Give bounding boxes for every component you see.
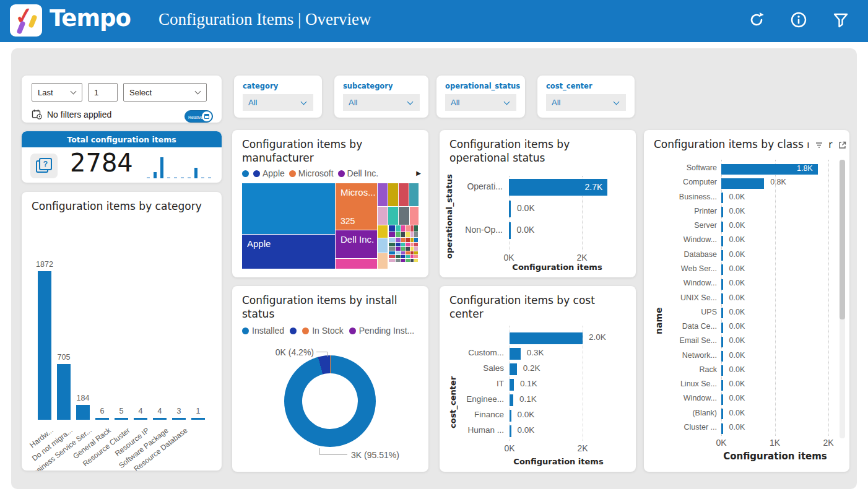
treemap-mini-tile[interactable]	[406, 251, 410, 254]
bar-Business Service Ser...[interactable]	[76, 405, 90, 420]
bar-last[interactable]	[191, 418, 205, 420]
treemap-tile[interactable]	[378, 183, 388, 206]
legend-dot[interactable]	[289, 170, 296, 177]
treemap-mini-tile[interactable]	[406, 255, 410, 258]
treemap-mini-tile[interactable]	[410, 255, 414, 258]
treemap-mini-tile[interactable]	[406, 238, 410, 242]
treemap-mini-tile[interactable]	[401, 255, 405, 258]
legend-dot[interactable]	[290, 328, 297, 334]
treemap-mini-tile[interactable]	[389, 238, 395, 242]
treemap-mini-tile[interactable]	[414, 243, 418, 246]
treemap-mini-tile[interactable]	[389, 232, 395, 237]
treemap-mini-tile[interactable]	[406, 259, 410, 262]
bar-General Rack[interactable]	[95, 418, 109, 420]
bar-(Blank)[interactable]	[721, 409, 723, 419]
treemap-mini-tile[interactable]	[414, 259, 418, 262]
treemap-mini-tile[interactable]	[389, 243, 395, 246]
bar-Server[interactable]	[721, 222, 723, 232]
treemap-mini-tile[interactable]	[410, 225, 414, 232]
last-dropdown[interactable]: Last	[32, 83, 82, 102]
bar-Resource IP[interactable]	[134, 418, 147, 420]
slicer-cost-center-dropdown[interactable]: All	[546, 94, 626, 111]
treemap-mini-tile[interactable]	[396, 247, 401, 251]
legend-next-arrow-icon[interactable]: ▶	[416, 170, 421, 176]
bar-Web Ser...[interactable]	[721, 264, 723, 275]
treemap-mini-tile[interactable]	[401, 238, 405, 242]
bar-UNIX Se...[interactable]	[721, 293, 723, 304]
bar-Network...[interactable]	[721, 351, 723, 362]
treemap-mini-tile[interactable]	[396, 251, 401, 254]
bar-Resource Cluster[interactable]	[115, 418, 128, 420]
treemap-mini-tile[interactable]	[396, 259, 401, 262]
treemap-mini-tile[interactable]	[410, 243, 414, 246]
treemap-mini-tile[interactable]	[389, 225, 395, 232]
treemap-mini-tile[interactable]	[414, 251, 418, 254]
treemap-mini-tile[interactable]	[401, 259, 405, 262]
treemap-tile[interactable]	[388, 207, 398, 225]
info-icon[interactable]	[789, 10, 809, 30]
relative-toggle[interactable]: Relative	[184, 110, 213, 123]
treemap-tile-Dell Inc.[interactable]: Dell Inc.	[336, 230, 377, 258]
treemap-mini-tile[interactable]	[410, 238, 414, 242]
treemap-tile-Apple[interactable]: Apple	[242, 235, 335, 269]
treemap-mini-tile[interactable]	[401, 247, 405, 251]
treemap-mini-tile[interactable]	[401, 225, 405, 232]
bar-Software Package[interactable]	[153, 418, 167, 420]
bar-Software[interactable]: 1.8K	[721, 164, 818, 175]
treemap-tile[interactable]	[409, 183, 419, 206]
bar-blank[interactable]	[509, 201, 511, 217]
treemap-mini-tile[interactable]	[414, 238, 418, 242]
treemap-mini-tile[interactable]	[396, 238, 401, 242]
treemap-mini-tile[interactable]	[406, 232, 410, 237]
treemap-mini-tile[interactable]	[389, 255, 395, 258]
slicer-category-dropdown[interactable]: All	[243, 94, 313, 111]
treemap-mini-tile[interactable]	[406, 247, 410, 251]
bar-Resource Database[interactable]	[172, 418, 186, 420]
treemap-tile[interactable]	[378, 207, 388, 225]
refresh-icon[interactable]	[747, 10, 766, 30]
treemap-mini-tile[interactable]	[401, 251, 405, 254]
treemap-tile-Micros...[interactable]: Micros...325	[336, 183, 377, 230]
treemap-mini-tile[interactable]	[414, 247, 418, 251]
treemap-mini-tile[interactable]	[406, 243, 410, 246]
bar-Sales[interactable]	[510, 363, 517, 375]
treemap-mini-tile[interactable]	[389, 259, 395, 262]
treemap-tile[interactable]	[378, 225, 388, 238]
treemap-mini-tile[interactable]	[401, 232, 405, 237]
treemap-tile[interactable]	[410, 207, 419, 225]
bar-Window...[interactable]	[721, 394, 723, 405]
treemap-mini-tile[interactable]	[410, 251, 414, 254]
treemap-mini-tile[interactable]	[414, 232, 418, 237]
treemap-mini-tile[interactable]	[410, 259, 414, 262]
treemap-mini-tile[interactable]	[414, 255, 418, 258]
bar-Enginee...[interactable]	[510, 394, 513, 406]
kpi-help-icon[interactable]: ?	[30, 154, 58, 178]
treemap-tile[interactable]	[399, 183, 409, 206]
treemap-mini-tile[interactable]	[389, 251, 395, 254]
legend-dot[interactable]	[242, 170, 249, 177]
legend-dot[interactable]	[338, 170, 345, 177]
legend-dot[interactable]	[349, 328, 356, 334]
treemap-mini-tile[interactable]	[401, 243, 405, 246]
treemap-tile[interactable]	[378, 253, 388, 269]
scrollbar-thumb[interactable]	[840, 160, 845, 319]
bar-Human ...[interactable]	[510, 425, 511, 437]
bar-blank[interactable]	[510, 332, 583, 344]
legend-dot[interactable]	[242, 328, 249, 334]
bar-Computer[interactable]	[721, 178, 764, 189]
bar-Operati...[interactable]: 2.7K	[509, 179, 607, 196]
legend-dot[interactable]	[302, 328, 309, 334]
bar-Linux Se...[interactable]	[721, 380, 723, 391]
treemap-tile[interactable]	[242, 183, 335, 234]
bar-Window...[interactable]	[721, 236, 723, 246]
treemap-mini-tile[interactable]	[396, 243, 401, 246]
bar-Window...[interactable]	[721, 279, 723, 290]
bar-Non-Op...[interactable]	[509, 222, 511, 239]
slicer-subcategory-dropdown[interactable]: All	[343, 94, 420, 111]
bar-Do not migra...[interactable]	[57, 364, 71, 420]
period-dropdown[interactable]: Select	[123, 83, 207, 102]
bar-UPS[interactable]	[721, 308, 723, 318]
treemap-tile[interactable]	[336, 259, 377, 269]
bar-Database[interactable]	[721, 250, 723, 261]
treemap-mini-tile[interactable]	[396, 232, 401, 237]
